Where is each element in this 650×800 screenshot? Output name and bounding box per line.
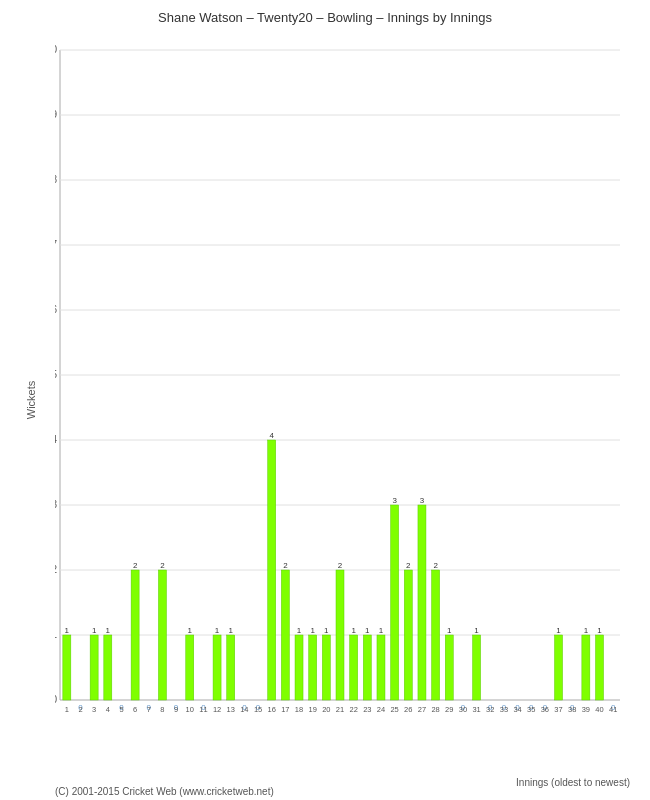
svg-text:1: 1 [65, 626, 70, 635]
svg-text:2: 2 [78, 705, 82, 714]
svg-text:2: 2 [160, 561, 165, 570]
svg-text:5: 5 [55, 369, 57, 380]
svg-rect-140 [596, 635, 604, 700]
svg-text:39: 39 [582, 705, 590, 714]
svg-text:6: 6 [55, 304, 57, 315]
svg-text:1: 1 [310, 626, 315, 635]
svg-text:1: 1 [55, 629, 57, 640]
svg-text:0: 0 [55, 694, 57, 705]
svg-text:6: 6 [133, 705, 137, 714]
svg-rect-86 [350, 635, 358, 700]
svg-rect-29 [90, 635, 98, 700]
svg-rect-83 [336, 570, 344, 700]
svg-text:33: 33 [500, 705, 508, 714]
svg-text:2: 2 [283, 561, 288, 570]
svg-text:34: 34 [513, 705, 521, 714]
chart-title: Shane Watson – Twenty20 – Bowling – Inni… [0, 0, 650, 30]
svg-rect-95 [391, 505, 399, 700]
svg-text:8: 8 [55, 174, 57, 185]
svg-text:32: 32 [486, 705, 494, 714]
svg-rect-74 [295, 635, 303, 700]
svg-rect-131 [555, 635, 563, 700]
svg-rect-92 [377, 635, 385, 700]
chart-svg: 0123456789101102131405260728091100111121… [55, 40, 630, 730]
svg-rect-104 [432, 570, 440, 700]
svg-text:12: 12 [213, 705, 221, 714]
svg-text:28: 28 [431, 705, 439, 714]
svg-rect-77 [309, 635, 317, 700]
svg-rect-71 [281, 570, 289, 700]
svg-rect-101 [418, 505, 426, 700]
svg-text:1: 1 [556, 626, 561, 635]
svg-text:29: 29 [445, 705, 453, 714]
svg-text:24: 24 [377, 705, 385, 714]
svg-text:1: 1 [92, 626, 97, 635]
svg-text:4: 4 [269, 431, 274, 440]
svg-text:1: 1 [188, 626, 193, 635]
svg-rect-89 [363, 635, 371, 700]
svg-text:9: 9 [174, 705, 178, 714]
svg-text:1: 1 [229, 626, 234, 635]
svg-text:1: 1 [584, 626, 589, 635]
svg-text:3: 3 [92, 705, 96, 714]
svg-text:22: 22 [349, 705, 357, 714]
svg-rect-23 [63, 635, 71, 700]
svg-text:19: 19 [309, 705, 317, 714]
svg-text:1: 1 [365, 626, 370, 635]
svg-text:35: 35 [527, 705, 535, 714]
svg-text:14: 14 [240, 705, 248, 714]
svg-text:1: 1 [215, 626, 220, 635]
svg-text:8: 8 [160, 705, 164, 714]
y-axis-label: Wickets [25, 381, 37, 420]
svg-text:1: 1 [351, 626, 356, 635]
svg-text:30: 30 [459, 705, 467, 714]
svg-rect-98 [404, 570, 412, 700]
svg-text:9: 9 [55, 109, 57, 120]
svg-text:36: 36 [541, 705, 549, 714]
svg-text:1: 1 [597, 626, 602, 635]
svg-text:1: 1 [65, 705, 69, 714]
svg-text:5: 5 [119, 705, 123, 714]
svg-rect-38 [131, 570, 139, 700]
svg-rect-68 [268, 440, 276, 700]
svg-text:40: 40 [595, 705, 603, 714]
svg-text:1: 1 [297, 626, 302, 635]
svg-text:7: 7 [147, 705, 151, 714]
svg-text:15: 15 [254, 705, 262, 714]
svg-rect-59 [227, 635, 235, 700]
svg-text:2: 2 [55, 564, 57, 575]
svg-rect-80 [322, 635, 330, 700]
svg-text:2: 2 [406, 561, 411, 570]
svg-text:11: 11 [199, 705, 207, 714]
svg-text:2: 2 [133, 561, 138, 570]
svg-text:26: 26 [404, 705, 412, 714]
svg-text:10: 10 [55, 44, 57, 55]
svg-text:25: 25 [390, 705, 398, 714]
svg-text:41: 41 [609, 705, 617, 714]
svg-rect-32 [104, 635, 112, 700]
svg-text:23: 23 [363, 705, 371, 714]
svg-rect-44 [158, 570, 166, 700]
svg-text:1: 1 [106, 626, 111, 635]
svg-text:10: 10 [186, 705, 194, 714]
svg-text:13: 13 [227, 705, 235, 714]
svg-text:1: 1 [447, 626, 452, 635]
svg-text:2: 2 [338, 561, 343, 570]
svg-text:4: 4 [106, 705, 110, 714]
svg-rect-107 [445, 635, 453, 700]
svg-text:1: 1 [474, 626, 479, 635]
svg-text:17: 17 [281, 705, 289, 714]
svg-text:3: 3 [420, 496, 425, 505]
svg-text:38: 38 [568, 705, 576, 714]
svg-rect-113 [473, 635, 481, 700]
svg-text:1: 1 [379, 626, 384, 635]
svg-text:20: 20 [322, 705, 330, 714]
svg-text:27: 27 [418, 705, 426, 714]
copyright: (C) 2001-2015 Cricket Web (www.cricketwe… [55, 786, 274, 797]
svg-text:2: 2 [433, 561, 438, 570]
svg-text:1: 1 [324, 626, 329, 635]
svg-rect-56 [213, 635, 221, 700]
svg-text:4: 4 [55, 434, 57, 445]
svg-text:21: 21 [336, 705, 344, 714]
svg-text:3: 3 [392, 496, 397, 505]
